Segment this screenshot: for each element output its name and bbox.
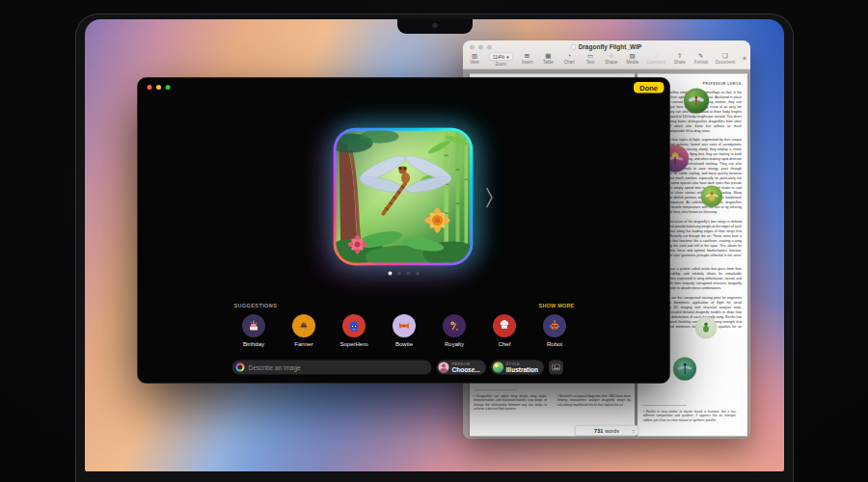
show-more-button[interactable]: SHOW MORE [539,303,575,308]
toolbar-document-button[interactable]: ❏Document [716,52,736,65]
pages-window-title: Dragonfly Flight_WIP [463,43,750,51]
chart-icon: ◔ [567,52,571,60]
suggestion-royalty[interactable]: Royalty [435,314,475,348]
inline-dragonfly-image[interactable] [701,186,722,207]
toolbar-comment-button[interactable]: ◌Comment [647,52,666,65]
generated-image-preview[interactable] [334,128,474,266]
image-playground-icon [236,363,245,372]
pages-toolbar: ▥View 114%▾Zoom ⊞Insert ▦Table ◔Chart ▭T… [468,52,746,69]
photo-library-button[interactable] [549,361,563,375]
toolbar-insert-button[interactable]: ⊞Insert [521,52,534,65]
prompt-bar: Describe an image PERSON Choose... [232,361,575,375]
dragonfly-jungle-illustration [337,131,471,263]
robot-icon [543,314,566,337]
toolbar-chart-button[interactable]: ◔Chart [562,52,576,65]
toolbar-table-button[interactable]: ▦Table [541,52,555,65]
footnote: • Dragonflies can adjust wing shape, win… [474,394,547,412]
share-icon: ⇧ [677,52,682,60]
desktop-wallpaper: Dragonfly Flight_WIP ▥View 114%▾Zoom ⊞In… [85,19,784,471]
toolbar-view-button[interactable]: ▥View [468,52,481,65]
toolbar-text-button[interactable]: ▭Text [583,52,597,65]
inline-dragonfly-image[interactable] [695,317,717,338]
page-background: Dragonfly Flight_WIP ▥View 114%▾Zoom ⊞In… [0,0,868,482]
photo-icon [552,364,560,371]
suggestions-header: SUGGESTIONS [234,303,278,308]
suggestion-bowtie[interactable]: Bowtie [385,314,424,348]
style-chip[interactable]: STYLE Illustration [491,361,544,375]
superhero-icon [342,314,366,337]
traffic-lights[interactable] [148,85,171,90]
toolbar-share-button[interactable]: ⇧Share [673,52,687,65]
document-sidebar-icon: ❏ [722,52,728,60]
carousel-page-dots[interactable] [138,272,670,276]
page-dot-active[interactable] [388,272,392,276]
insert-icon: ⊞ [525,52,529,60]
footnote: • Maxwell's reciprocal diagrams from 186… [557,394,631,412]
image-playground-window: Done [137,77,670,384]
word-count-pill[interactable]: 731words ↕ [575,425,638,436]
media-icon: ▨ [630,52,636,60]
suggestion-farmer[interactable]: Farmer [285,314,324,348]
chevron-down-icon: ▾ [506,54,509,60]
birthday-cake-icon [242,314,265,337]
display-notch [397,19,473,34]
table-icon: ▦ [545,52,551,60]
farmer-hat-icon [292,314,315,337]
comment-icon: ◌ [654,52,658,60]
format-icon: ✎ [698,52,703,60]
done-button[interactable]: Done [634,82,665,94]
page-dot[interactable] [397,272,401,276]
zoom-window-icon[interactable] [166,85,171,90]
page-dot[interactable] [406,272,410,276]
suggestions-row: Birthday Farmer [234,314,575,348]
camera-icon [432,23,437,28]
inline-dragonfly-image[interactable] [684,89,709,114]
suggestion-chef[interactable]: Chef [485,314,525,348]
view-icon: ▥ [472,52,477,60]
toolbar-media-button[interactable]: ▨Media [626,52,639,65]
chef-hat-icon [493,314,516,337]
inline-dragonfly-image[interactable] [673,358,696,381]
scepter-icon [443,314,466,337]
person-chip[interactable]: PERSON Choose... [437,361,486,375]
text-box-icon: ▭ [587,52,593,60]
next-image-chevron[interactable] [486,187,494,209]
suggestion-robot[interactable]: Robot [535,314,575,348]
person-avatar-icon [439,362,449,373]
close-icon[interactable] [148,85,152,90]
toolbar-format-button[interactable]: ✎Format [694,52,708,65]
toolbar-zoom-dropdown[interactable]: 114%▾Zoom [489,52,513,67]
toolbar-overflow-chevron[interactable]: » [743,54,746,62]
up-down-chevron-icon: ↕ [633,428,636,434]
laptop-frame: Dragonfly Flight_WIP ▥View 114%▾Zoom ⊞In… [75,13,794,482]
bowtie-icon [393,314,416,337]
suggestion-birthday[interactable]: Birthday [234,314,274,348]
suggestion-superhero[interactable]: SuperHero [335,314,374,348]
footnote-divider [474,390,517,391]
style-swatch-icon [493,362,503,373]
toolbar-shape-button[interactable]: ○Shape [605,52,618,65]
footnote: • Resilin is very similar to elastin fou… [643,410,736,422]
pages-titlebar: Dragonfly Flight_WIP ▥View 114%▾Zoom ⊞In… [463,40,750,69]
minimize-icon[interactable] [156,85,161,90]
footnote-divider [643,406,687,407]
prompt-placeholder: Describe an image [249,363,301,371]
page-dot[interactable] [416,272,420,276]
shape-icon: ○ [610,52,613,60]
describe-image-input[interactable]: Describe an image [232,361,432,375]
document-icon [572,44,577,50]
